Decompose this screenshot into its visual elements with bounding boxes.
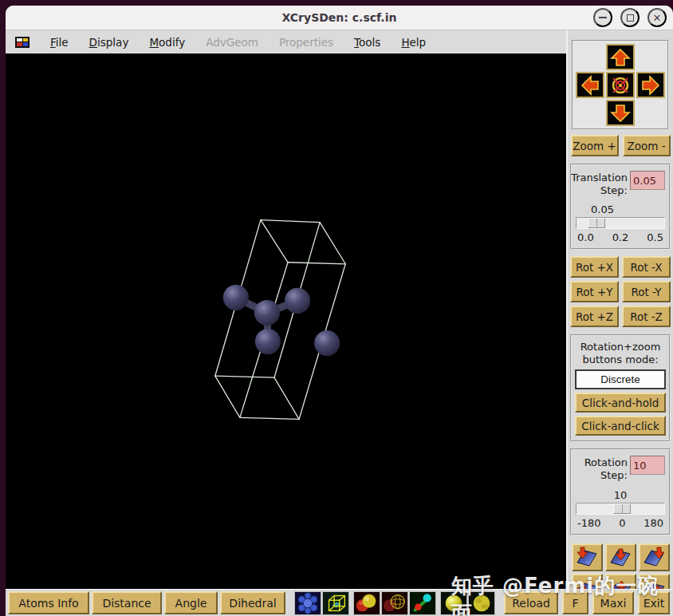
translation-scale-value: 0.05 bbox=[575, 203, 666, 215]
close-icon: ✕ bbox=[653, 13, 662, 23]
rotation-step-input[interactable] bbox=[630, 456, 665, 475]
rotate-plane-x-icon bbox=[574, 546, 600, 568]
distance-button[interactable]: Distance bbox=[92, 591, 162, 614]
menu-bar: File Display Modify AdvGeom Properties T… bbox=[6, 30, 566, 55]
translation-step-frame: Translation Step: 0.05 0.0 0.2 0.5 bbox=[570, 164, 671, 250]
translation-slider-ticks: 0.0 0.2 0.5 bbox=[575, 231, 666, 243]
menu-help[interactable]: Help bbox=[401, 36, 426, 49]
xcrysden-logo-icon bbox=[15, 37, 30, 48]
translation-step-label: Translation Step: bbox=[571, 171, 628, 196]
mode-label: Rotation+zoom buttons mode: bbox=[575, 341, 666, 365]
reload-button[interactable]: Reload bbox=[504, 591, 558, 614]
translation-slider-handle[interactable] bbox=[588, 218, 605, 228]
spacefill-icon bbox=[354, 591, 380, 615]
rotate-plane-minus-z-icon bbox=[641, 576, 667, 589]
crystal-structure bbox=[6, 55, 566, 589]
menu-file[interactable]: File bbox=[50, 36, 69, 49]
minimize-button[interactable] bbox=[593, 8, 612, 27]
arrow-right-icon bbox=[640, 75, 661, 96]
rotation-plane-buttons bbox=[572, 543, 670, 589]
rotate-plane-minus-x-button[interactable] bbox=[572, 574, 603, 589]
ball-and-stick-button[interactable] bbox=[409, 591, 436, 615]
lighting-off-icon bbox=[469, 591, 494, 615]
fullscreen-button[interactable]: F bbox=[562, 591, 588, 614]
rotation-scale-value: 10 bbox=[575, 489, 666, 501]
rot-plus-x-button[interactable]: Rot +X bbox=[570, 256, 619, 278]
desktop-background: XCrySDen: c.scf.in ✕ File Display Modify… bbox=[0, 0, 673, 616]
zoom-out-button[interactable]: Zoom - bbox=[623, 135, 671, 156]
arrow-up-icon bbox=[610, 47, 631, 68]
window-controls: ✕ bbox=[593, 8, 667, 27]
rotate-plane-x-button[interactable] bbox=[572, 543, 603, 571]
rotate-plane-minus-x-icon bbox=[574, 576, 600, 589]
maximize-button[interactable] bbox=[620, 8, 640, 27]
wireframe-sphere-button[interactable] bbox=[381, 591, 408, 615]
translation-step-input[interactable] bbox=[630, 171, 665, 190]
rot-minus-z-button[interactable]: Rot -Z bbox=[622, 306, 671, 327]
minimize-icon bbox=[599, 17, 607, 18]
spacefill-button[interactable] bbox=[353, 591, 380, 615]
rotate-plane-minus-y-icon bbox=[608, 576, 633, 589]
menu-display[interactable]: Display bbox=[89, 36, 129, 49]
arrow-left-icon bbox=[580, 75, 600, 96]
reset-orientation-button[interactable] bbox=[606, 72, 635, 98]
mode-click-and-hold-button[interactable]: Click-and-hold bbox=[575, 393, 666, 413]
xcrysden-window: XCrySDen: c.scf.in ✕ File Display Modify… bbox=[6, 6, 673, 616]
ball-and-stick-icon bbox=[410, 591, 435, 615]
mode-click-and-click-button[interactable]: Click-and-click bbox=[575, 416, 666, 436]
rot-plus-z-button[interactable]: Rot +Z bbox=[570, 306, 619, 327]
zoom-in-button[interactable]: Zoom + bbox=[571, 135, 619, 156]
rotation-buttons: Rot +X Rot -X Rot +Y Rot -Y Rot +Z Rot -… bbox=[570, 256, 671, 327]
window-title: XCrySDen: c.scf.in bbox=[282, 11, 397, 24]
rotation-slider-handle[interactable] bbox=[613, 503, 631, 514]
mode-frame: Rotation+zoom buttons mode: Discrete Cli… bbox=[570, 334, 671, 442]
control-panel: Zoom + Zoom - Translation Step: 0.05 bbox=[566, 30, 673, 589]
rotate-plane-z-button[interactable] bbox=[639, 543, 670, 571]
rot-minus-x-button[interactable]: Rot -X bbox=[622, 256, 671, 278]
rot-plus-y-button[interactable]: Rot +Y bbox=[570, 281, 619, 302]
rotate-plane-minus-y-button[interactable] bbox=[605, 574, 636, 589]
translation-arrow-pad bbox=[572, 40, 669, 130]
rot-minus-y-button[interactable]: Rot -Y bbox=[622, 281, 671, 302]
crystal-structure-icon bbox=[295, 591, 321, 615]
rotate-plane-minus-z-button[interactable] bbox=[639, 574, 670, 589]
close-button[interactable]: ✕ bbox=[647, 8, 667, 27]
menu-tools[interactable]: Tools bbox=[354, 36, 380, 49]
lighting-off-button[interactable] bbox=[468, 591, 495, 615]
rotate-plane-z-icon bbox=[641, 546, 667, 568]
rotation-step-label: Rotation Step: bbox=[584, 456, 628, 481]
render-canvas[interactable] bbox=[6, 55, 566, 589]
exit-button[interactable]: Exit bbox=[638, 591, 670, 614]
target-icon bbox=[610, 75, 631, 96]
lighting-on-button[interactable] bbox=[440, 591, 467, 615]
menu-advgeom: AdvGeom bbox=[206, 36, 258, 49]
maximize-icon bbox=[627, 14, 634, 22]
dihedral-button[interactable]: Dihedral bbox=[220, 591, 285, 614]
wireframe-sphere-icon bbox=[382, 591, 407, 615]
translate-left-button[interactable] bbox=[576, 72, 604, 98]
lighting-on-icon bbox=[441, 591, 466, 615]
translate-right-button[interactable] bbox=[636, 72, 665, 98]
translate-up-button[interactable] bbox=[606, 44, 635, 70]
atoms-info-button[interactable]: Atoms Info bbox=[8, 591, 89, 614]
display-mode-icons bbox=[294, 591, 495, 615]
rotate-plane-y-button[interactable] bbox=[605, 543, 636, 571]
translate-down-button[interactable] bbox=[606, 100, 635, 126]
mode-discrete-button[interactable]: Discrete bbox=[575, 369, 666, 389]
menu-properties: Properties bbox=[279, 36, 333, 49]
rotation-step-slider[interactable] bbox=[576, 503, 665, 515]
translation-step-slider[interactable] bbox=[576, 217, 665, 229]
angle-button[interactable]: Angle bbox=[164, 591, 218, 614]
toolbar-right-buttons: Reload F Maxi Exit bbox=[504, 591, 670, 614]
menu-modify[interactable]: Modify bbox=[149, 36, 185, 49]
maximize-canvas-button[interactable]: Maxi bbox=[592, 591, 634, 614]
arrow-down-icon bbox=[610, 103, 631, 124]
crystal-structure-button[interactable] bbox=[294, 591, 321, 615]
title-bar[interactable]: XCrySDen: c.scf.in ✕ bbox=[6, 6, 673, 30]
unit-cell-icon bbox=[323, 591, 348, 615]
rotate-plane-y-icon bbox=[608, 546, 633, 568]
rotation-step-frame: Rotation Step: 10 -180 0 180 bbox=[570, 448, 671, 535]
unit-cell-button[interactable] bbox=[322, 591, 349, 615]
bottom-toolbar: Atoms Info Distance Angle Dihedral bbox=[6, 589, 673, 616]
rotation-slider-ticks: -180 0 180 bbox=[575, 517, 666, 529]
